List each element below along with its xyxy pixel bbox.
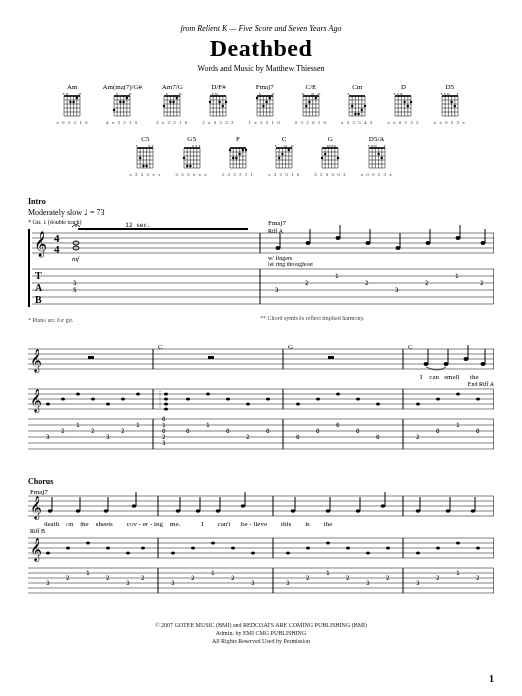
svg-point-73 [219,101,221,103]
chord-grid-icon [319,145,341,171]
svg-text:x: x [275,145,277,148]
svg-text:3: 3 [106,433,110,440]
svg-point-264 [334,145,336,147]
lyric: death on the sheets cov - er - ing me. I… [44,520,332,528]
svg-point-203 [182,157,184,159]
svg-text:x: x [212,93,214,96]
svg-point-89 [256,97,258,99]
svg-text:0: 0 [376,433,380,440]
svg-text:0: 0 [316,427,320,434]
svg-point-75 [225,101,227,103]
svg-text:x: x [367,145,369,148]
svg-point-381 [296,402,300,405]
chord-name: G5 [187,135,196,143]
svg-point-376 [186,397,190,400]
svg-point-283 [380,157,382,159]
chord-name: Am7/G [162,83,183,91]
svg-text:0: 0 [356,427,360,434]
lyric: I can smell the [420,373,479,381]
svg-point-373 [164,397,168,400]
source-line: from Relient K — Five Score and Seven Ye… [28,24,494,33]
chord-grid-icon: xx [392,93,414,119]
copyright-block: © 2007 GOTEE MUSIC (BMI) and REDCOATS AR… [28,622,494,645]
svg-text:2: 2 [386,574,390,581]
svg-text:3: 3 [162,439,166,446]
chord-symbol: C [158,343,163,351]
svg-point-108 [302,93,304,95]
svg-point-377 [206,392,210,395]
chord-name: C [282,135,287,143]
chord-name: Cm [352,83,362,91]
chord-fret-row: x 3 2 0 1 0 [268,172,300,177]
credits: Words and Music by Matthew Thiessen [28,64,494,73]
svg-text:4: 4 [54,243,60,255]
chord-fret-row: x 3 5 5 4 3 [341,120,373,125]
svg-text:1: 1 [206,421,210,428]
chord-fret-row: 4 x 2 2 1 0 [106,120,138,125]
chord-grid-icon: xxx [134,145,156,171]
chord-grid-icon [300,93,322,119]
svg-point-92 [265,101,267,103]
svg-point-482 [171,552,175,555]
svg-text:x: x [166,93,168,96]
svg-point-91 [262,105,264,107]
svg-text:2: 2 [121,427,125,434]
svg-text:x: x [149,145,151,148]
svg-rect-346 [328,356,334,359]
chord-grid-icon [227,145,249,171]
svg-point-383 [336,392,340,395]
system-1: Fmaj7 Riff A * Gtr. 1 (double track) 𝄞 [28,221,494,315]
svg-text:x: x [397,93,399,96]
chord-fret-row: x 0 0 2 3 x [361,172,393,177]
technique-note-2: let ring throughout [268,261,313,267]
svg-point-149 [404,101,406,103]
svg-point-368 [91,397,95,400]
svg-point-245 [288,149,290,151]
svg-point-281 [374,145,376,147]
svg-text:2: 2 [480,279,484,286]
chord-symbol: G [288,343,293,351]
chord-grid-icon: xxx [181,145,203,171]
svg-point-384 [356,397,360,400]
svg-point-495 [456,542,460,545]
svg-text:x: x [394,93,396,96]
chord-fret-row: 3 x 2 2 1 0 [156,120,188,125]
svg-text:3: 3 [275,286,279,293]
svg-point-491 [366,552,370,555]
svg-rect-344 [88,356,94,359]
chord-def-ce: C/E0 3 2 0 1 0 [295,83,327,125]
svg-point-187 [146,165,148,167]
svg-point-111 [312,93,314,95]
svg-point-481 [141,547,145,550]
svg-point-389 [476,397,480,400]
svg-point-490 [346,547,350,550]
svg-text:x: x [198,145,200,148]
svg-point-113 [318,93,320,95]
svg-text:0: 0 [436,427,440,434]
svg-text:0: 0 [296,433,300,440]
svg-text:x: x [348,93,350,96]
svg-point-374 [164,402,168,405]
svg-point-128 [351,105,353,107]
chord-fret-row: 1 x 3 2 1 0 [249,120,281,125]
tempo-marking: Moderately slow ♩ = 73 [28,208,494,217]
svg-text:𝄞: 𝄞 [34,231,47,258]
chord-fret-row: 3 5 5 x x x [176,172,208,177]
svg-point-168 [450,101,452,103]
svg-point-204 [186,165,188,167]
svg-text:x: x [383,145,385,148]
chord-def-d5: D5xxxx x 0 2 3 x [434,83,466,125]
svg-text:2: 2 [231,574,235,581]
svg-text:x: x [195,145,197,148]
chord-symbols-row: Fmaj7 Riff A [28,219,494,231]
svg-point-282 [377,153,379,155]
svg-point-150 [407,105,409,107]
chord-fret-row: 2 x 0 2 3 2 [202,120,234,125]
svg-point-74 [222,105,224,107]
chord-fret-row: x x 0 2 3 2 [387,120,419,125]
svg-point-55 [176,97,178,99]
svg-text:x: x [456,93,458,96]
svg-text:x: x [63,93,65,96]
svg-point-262 [328,145,330,147]
svg-text:B: B [35,294,42,305]
